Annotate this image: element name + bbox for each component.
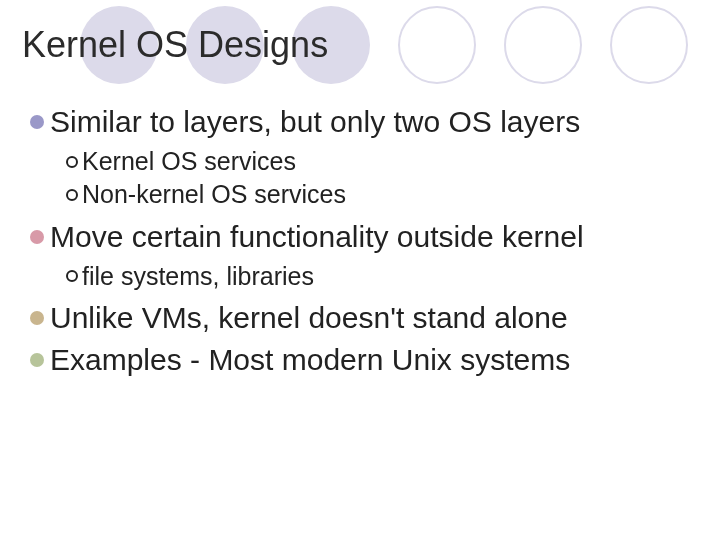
bullet-level1: Examples - Most modern Unix systems [20,342,700,378]
bullet-text: Examples - Most modern Unix systems [50,343,570,376]
bullet-level1: Similar to layers, but only two OS layer… [20,104,700,140]
bullet-text: Non-kernel OS services [82,180,346,208]
bullet-text: Unlike VMs, kernel doesn't stand alone [50,301,568,334]
circle-bullet-icon [66,189,78,201]
bullet-level2: Non-kernel OS services [20,179,700,210]
bullet-level1: Unlike VMs, kernel doesn't stand alone [20,300,700,336]
circle-bullet-icon [66,270,78,282]
bullet-text: file systems, libraries [82,262,314,290]
circle-bullet-icon [66,156,78,168]
bullet-level2: file systems, libraries [20,261,700,292]
bullet-text: Move certain functionality outside kerne… [50,220,584,253]
bullet-level2: Kernel OS services [20,146,700,177]
bullet-text: Kernel OS services [82,147,296,175]
disc-bullet-icon [30,115,44,129]
slide-content: Kernel OS Designs Similar to layers, but… [0,0,720,378]
disc-bullet-icon [30,230,44,244]
slide-title: Kernel OS Designs [20,24,700,66]
disc-bullet-icon [30,311,44,325]
bullet-level1: Move certain functionality outside kerne… [20,219,700,255]
bullet-text: Similar to layers, but only two OS layer… [50,105,580,138]
disc-bullet-icon [30,353,44,367]
